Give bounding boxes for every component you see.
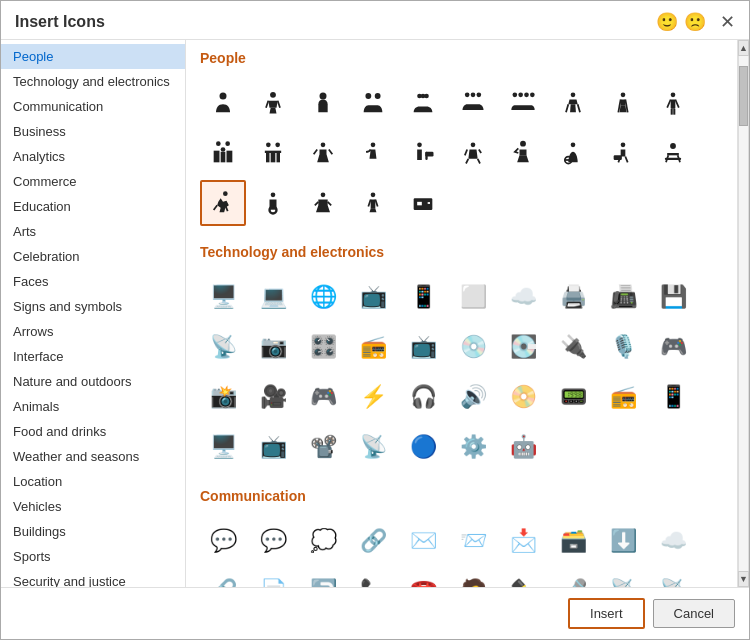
insert-button[interactable]: Insert (568, 598, 645, 629)
icon-cell[interactable] (450, 80, 496, 126)
icon-cell[interactable]: 🔵 (400, 424, 446, 470)
icon-cell[interactable]: 📟 (550, 374, 596, 420)
icon-cell[interactable]: 📡 (600, 568, 646, 587)
icon-cell[interactable] (400, 180, 446, 226)
sidebar-item-people[interactable]: People (1, 44, 185, 69)
icon-cell[interactable]: 💬 (250, 518, 296, 564)
sidebar-item-animals[interactable]: Animals (1, 394, 185, 419)
icon-cell[interactable]: 📸 (200, 374, 246, 420)
icon-cell[interactable] (250, 180, 296, 226)
icon-cell[interactable]: 🔗 (350, 518, 396, 564)
sidebar-item-sports[interactable]: Sports (1, 544, 185, 569)
icon-cell[interactable]: 🎥 (250, 374, 296, 420)
icon-cell[interactable] (250, 130, 296, 176)
icon-cell[interactable]: 💿 (450, 324, 496, 370)
icon-cell[interactable]: ⚡ (350, 374, 396, 420)
icon-cell[interactable]: 📠 (600, 274, 646, 320)
cancel-button[interactable]: Cancel (653, 599, 735, 628)
icon-cell[interactable]: ☁️ (500, 274, 546, 320)
icon-cell[interactable]: ☎️ (400, 568, 446, 587)
icon-cell[interactable] (400, 80, 446, 126)
icon-cell[interactable]: ✉️ (400, 518, 446, 564)
sidebar-item-business[interactable]: Business (1, 119, 185, 144)
icon-cell[interactable]: 📺 (400, 324, 446, 370)
icon-cell[interactable]: 💾 (650, 274, 696, 320)
icon-cell[interactable] (550, 130, 596, 176)
icon-cell[interactable] (500, 130, 546, 176)
sidebar-item-vehicles[interactable]: Vehicles (1, 494, 185, 519)
scroll-down-arrow[interactable]: ▼ (738, 571, 749, 587)
icon-cell[interactable]: 🎮 (300, 374, 346, 420)
smiley-icon[interactable]: 🙂 (656, 11, 678, 33)
sidebar-item-signs[interactable]: Signs and symbols (1, 294, 185, 319)
icon-cell[interactable]: 📱 (650, 374, 696, 420)
icon-cell[interactable] (650, 80, 696, 126)
icon-cell[interactable]: 🤖 (500, 424, 546, 470)
icon-cell[interactable]: ⬜ (450, 274, 496, 320)
icon-cell[interactable]: ↩️ (300, 568, 346, 587)
icon-cell[interactable] (450, 130, 496, 176)
icon-cell[interactable]: 🧑 (450, 568, 496, 587)
sidebar-item-arrows[interactable]: Arrows (1, 319, 185, 344)
scroll-thumb[interactable] (739, 66, 748, 126)
sidebar-item-faces[interactable]: Faces (1, 269, 185, 294)
icon-cell[interactable] (400, 130, 446, 176)
icon-cell[interactable] (600, 130, 646, 176)
icon-cell[interactable]: 🎧 (400, 374, 446, 420)
icon-cell[interactable]: 🎙️ (600, 324, 646, 370)
icon-cell[interactable] (200, 80, 246, 126)
sidebar-item-location[interactable]: Location (1, 469, 185, 494)
icon-cell[interactable]: 📡 (650, 568, 696, 587)
icon-cell[interactable]: 📱 (400, 274, 446, 320)
icon-cell[interactable]: 🎛️ (300, 324, 346, 370)
icon-cell[interactable] (650, 130, 696, 176)
icon-cell[interactable] (300, 80, 346, 126)
icon-cell[interactable]: 🌐 (300, 274, 346, 320)
sidebar-item-celebration[interactable]: Celebration (1, 244, 185, 269)
icon-cell[interactable]: 🖥️ (200, 274, 246, 320)
icon-cell[interactable]: 📡 (200, 324, 246, 370)
icon-cell[interactable]: 🗃️ (550, 518, 596, 564)
icon-cell[interactable]: ⚙️ (450, 424, 496, 470)
sidebar-item-weather[interactable]: Weather and seasons (1, 444, 185, 469)
icon-cell[interactable]: 📞 (350, 568, 396, 587)
sidebar-item-nature[interactable]: Nature and outdoors (1, 369, 185, 394)
icon-cell[interactable]: 💻 (250, 274, 296, 320)
icon-cell[interactable]: 📨 (450, 518, 496, 564)
icon-cell[interactable] (300, 180, 346, 226)
sidebar-item-interface[interactable]: Interface (1, 344, 185, 369)
icon-cell[interactable]: 💬 (200, 518, 246, 564)
icon-cell[interactable]: 📻 (350, 324, 396, 370)
icon-cell[interactable]: 🔊 (450, 374, 496, 420)
sidebar-item-food[interactable]: Food and drinks (1, 419, 185, 444)
icon-cell[interactable]: 🔗 (200, 568, 246, 587)
icon-cell[interactable]: ✒️ (500, 568, 546, 587)
icon-cell[interactable]: 📺 (350, 274, 396, 320)
icon-cell[interactable]: 📩 (500, 518, 546, 564)
icon-cell[interactable]: 🖥️ (200, 424, 246, 470)
sidebar-item-arts[interactable]: Arts (1, 219, 185, 244)
icon-cell[interactable]: 💭 (300, 518, 346, 564)
icon-cell[interactable]: 💽 (500, 324, 546, 370)
icon-cell[interactable] (250, 80, 296, 126)
icon-cell[interactable]: 📡 (350, 424, 396, 470)
icon-cell[interactable]: ⬇️ (600, 518, 646, 564)
icon-cell[interactable] (550, 80, 596, 126)
icon-cell[interactable]: 📺 (250, 424, 296, 470)
icon-cell[interactable] (500, 80, 546, 126)
sidebar-item-buildings[interactable]: Buildings (1, 519, 185, 544)
sidebar-item-security[interactable]: Security and justice (1, 569, 185, 587)
icon-cell[interactable]: 📄 (250, 568, 296, 587)
close-button[interactable]: ✕ (720, 11, 735, 33)
icon-cell[interactable]: 📻 (600, 374, 646, 420)
icon-cell[interactable] (350, 180, 396, 226)
icon-cell[interactable] (200, 130, 246, 176)
icon-cell[interactable]: 🔌 (550, 324, 596, 370)
sad-icon[interactable]: 🙁 (684, 11, 706, 33)
icon-cell[interactable]: ☁️ (650, 518, 696, 564)
sidebar-item-technology[interactable]: Technology and electronics (1, 69, 185, 94)
icon-cell[interactable] (350, 130, 396, 176)
icon-cell[interactable]: 🎤 (550, 568, 596, 587)
icon-cell[interactable]: 📽️ (300, 424, 346, 470)
icon-cell[interactable] (350, 80, 396, 126)
